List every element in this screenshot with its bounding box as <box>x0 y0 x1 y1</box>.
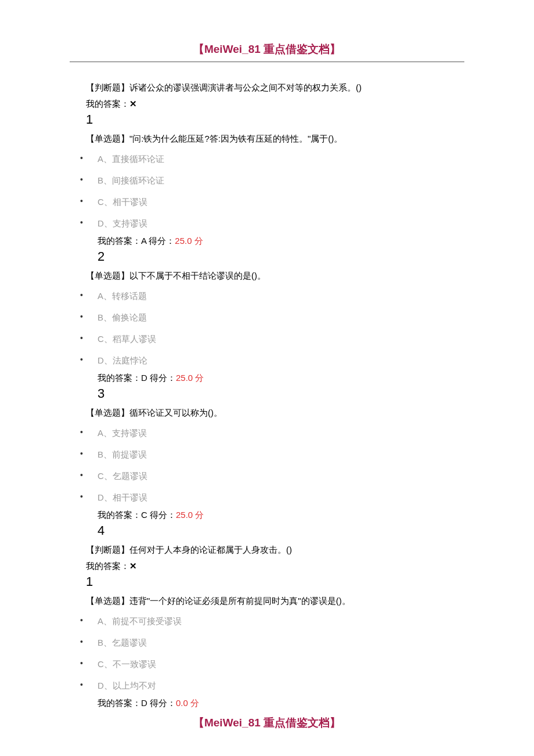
my-answer-line: 我的答案：✕ <box>86 97 464 111</box>
question-type-label: 【单选题】 <box>86 596 129 606</box>
question-type-label: 【判断题】 <box>86 82 129 92</box>
option-c: C、相干谬误 <box>70 191 464 213</box>
header-title: 【MeiWei_81 重点借鉴文档】 <box>193 42 341 57</box>
option-text: C、相干谬误 <box>98 197 147 207</box>
document-content: 【判断题】诉诸公众的谬误强调演讲者与公众之间不对等的权力关系。() 我的答案：✕… <box>0 67 534 710</box>
question-text: 【单选题】"问:铁为什么能压延?答:因为铁有压延的特性。"属于()。 <box>86 132 464 146</box>
question-text: 【单选题】以下不属于不相干结论谬误的是()。 <box>86 269 464 283</box>
option-text: B、偷换论题 <box>98 312 147 322</box>
question-body: 以下不属于不相干结论谬误的是()。 <box>129 271 266 280</box>
score-value: 25.0 分 <box>175 236 203 246</box>
question-block-5: 【单选题】违背"一个好的论证必须是所有前提同时为真"的谬误是()。 <box>70 594 464 608</box>
question-number: 2 <box>98 249 464 264</box>
option-a: A、直接循环论证 <box>70 148 464 170</box>
my-answer-label: 我的答案： <box>86 99 129 109</box>
option-text: D、法庭悖论 <box>98 355 147 365</box>
question-block-0: 【判断题】诉诸公众的谬误强调演讲者与公众之间不对等的权力关系。() 我的答案：✕… <box>70 81 464 127</box>
question-number: 1 <box>86 574 464 589</box>
question-body: 任何对于人本身的论证都属于人身攻击。() <box>129 545 292 555</box>
footer-title: 【MeiWei_81 重点借鉴文档】 <box>193 717 341 729</box>
option-c: C、乞题谬误 <box>70 465 464 487</box>
question-number: 3 <box>98 386 464 401</box>
question-type-label: 【单选题】 <box>86 408 129 417</box>
question-number: 1 <box>86 112 464 127</box>
option-b: B、间接循环论证 <box>70 170 464 191</box>
option-text: C、不一致谬误 <box>98 659 156 669</box>
question-block-1: 【单选题】"问:铁为什么能压延?答:因为铁有压延的特性。"属于()。 <box>70 132 464 146</box>
option-text: B、间接循环论证 <box>98 175 164 185</box>
score-value: 25.0 分 <box>176 373 204 383</box>
option-a: A、前提不可接受谬误 <box>70 610 464 632</box>
question-body: 诉诸公众的谬误强调演讲者与公众之间不对等的权力关系。() <box>129 82 362 92</box>
option-a: A、转移话题 <box>70 285 464 307</box>
option-b: B、乞题谬误 <box>70 632 464 653</box>
option-text: D、支持谬误 <box>98 218 147 228</box>
question-number: 4 <box>98 523 464 538</box>
answer-prefix: 我的答案：D 得分： <box>98 698 176 708</box>
option-d: D、法庭悖论 <box>70 350 464 371</box>
question-type-label: 【单选题】 <box>86 134 129 143</box>
question-text: 【单选题】循环论证又可以称为()。 <box>86 406 464 420</box>
option-d: D、以上均不对 <box>70 675 464 696</box>
score-value: 25.0 分 <box>176 510 204 520</box>
option-b: B、偷换论题 <box>70 307 464 328</box>
option-text: A、转移话题 <box>98 291 147 301</box>
question-body: 违背"一个好的论证必须是所有前提同时为真"的谬误是()。 <box>129 596 351 606</box>
question-text: 【判断题】任何对于人本身的论证都属于人身攻击。() <box>86 543 464 557</box>
answer-line: 我的答案：C 得分：25.0 分 <box>98 508 464 522</box>
question-body: 循环论证又可以称为()。 <box>129 408 222 417</box>
question-type-label: 【单选题】 <box>86 271 129 280</box>
question-block-4: 【判断题】任何对于人本身的论证都属于人身攻击。() 我的答案：✕ 1 <box>70 543 464 589</box>
option-text: A、前提不可接受谬误 <box>98 616 182 626</box>
answer-prefix: 我的答案：A 得分： <box>98 236 175 246</box>
question-block-3: 【单选题】循环论证又可以称为()。 <box>70 406 464 420</box>
option-b: B、前提谬误 <box>70 444 464 465</box>
option-text: B、乞题谬误 <box>98 638 147 647</box>
question-type-label: 【判断题】 <box>86 545 129 555</box>
options-list-1: A、直接循环论证 B、间接循环论证 C、相干谬误 D、支持谬误 <box>70 148 464 234</box>
my-answer-line: 我的答案：✕ <box>86 559 464 573</box>
page-header: 【MeiWei_81 重点借鉴文档】 <box>0 0 534 67</box>
wrong-icon: ✕ <box>129 99 137 109</box>
question-body: "问:铁为什么能压延?答:因为铁有压延的特性。"属于()。 <box>129 134 342 143</box>
score-value: 0.0 分 <box>176 698 199 708</box>
option-text: C、乞题谬误 <box>98 471 147 481</box>
option-a: A、支持谬误 <box>70 422 464 444</box>
answer-line: 我的答案：D 得分：0.0 分 <box>98 696 464 710</box>
option-c: C、不一致谬误 <box>70 653 464 675</box>
option-text: A、支持谬误 <box>98 428 147 438</box>
my-answer-label: 我的答案： <box>86 561 129 571</box>
option-text: D、以上均不对 <box>98 681 156 690</box>
answer-prefix: 我的答案：C 得分： <box>98 510 176 520</box>
option-d: D、支持谬误 <box>70 213 464 234</box>
option-text: B、前提谬误 <box>98 449 147 459</box>
option-text: C、稻草人谬误 <box>98 334 156 344</box>
option-text: A、直接循环论证 <box>98 154 164 164</box>
options-list-2: A、转移话题 B、偷换论题 C、稻草人谬误 D、法庭悖论 <box>70 285 464 371</box>
option-text: D、相干谬误 <box>98 492 147 502</box>
answer-line: 我的答案：D 得分：25.0 分 <box>98 371 464 385</box>
answer-line: 我的答案：A 得分：25.0 分 <box>98 234 464 248</box>
option-c: C、稻草人谬误 <box>70 328 464 350</box>
options-list-5: A、前提不可接受谬误 B、乞题谬误 C、不一致谬误 D、以上均不对 <box>70 610 464 696</box>
page-footer: 【MeiWei_81 重点借鉴文档】 <box>0 715 534 730</box>
header-underline <box>70 62 464 62</box>
question-block-2: 【单选题】以下不属于不相干结论谬误的是()。 <box>70 269 464 283</box>
question-text: 【单选题】违背"一个好的论证必须是所有前提同时为真"的谬误是()。 <box>86 594 464 608</box>
answer-prefix: 我的答案：D 得分： <box>98 373 176 383</box>
options-list-3: A、支持谬误 B、前提谬误 C、乞题谬误 D、相干谬误 <box>70 422 464 508</box>
option-d: D、相干谬误 <box>70 487 464 508</box>
wrong-icon: ✕ <box>129 561 137 571</box>
question-text: 【判断题】诉诸公众的谬误强调演讲者与公众之间不对等的权力关系。() <box>86 81 464 95</box>
